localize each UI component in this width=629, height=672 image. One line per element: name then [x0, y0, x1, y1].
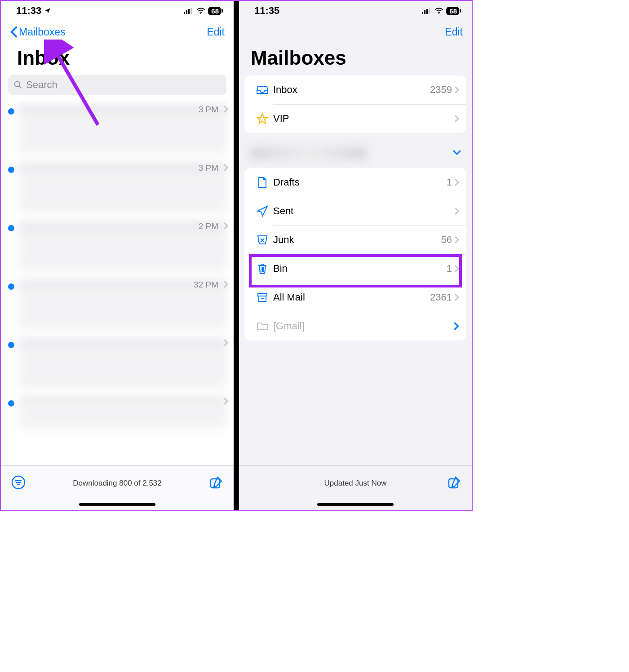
drafts-icon — [257, 176, 268, 189]
unread-dot-icon — [8, 167, 14, 173]
message-time: 3 PM — [199, 105, 218, 115]
inbox-list[interactable]: 3 PM 3 PM 2 PM 32 PM — [1, 100, 234, 465]
unread-dot-icon — [8, 342, 14, 348]
mailbox-label: Inbox — [273, 84, 430, 96]
mailbox-sent[interactable]: Sent — [244, 197, 466, 225]
mailbox-label: All Mail — [273, 292, 430, 303]
mailbox-label: VIP — [273, 113, 452, 124]
unread-dot-icon — [8, 283, 14, 290]
message-row[interactable] — [1, 334, 234, 392]
sent-icon — [256, 205, 269, 217]
mailbox-count: 2361 — [430, 292, 452, 303]
svg-rect-13 — [422, 12, 423, 14]
status-bar: 11:33 68 — [1, 1, 234, 21]
svg-rect-24 — [258, 293, 267, 296]
chevron-right-icon — [224, 222, 228, 230]
page-title: Inbox — [1, 43, 234, 72]
location-icon — [44, 7, 51, 14]
svg-rect-14 — [424, 10, 425, 14]
search-input[interactable]: Search — [8, 75, 226, 95]
chevron-right-icon — [224, 106, 228, 113]
account-name-redacted — [250, 146, 367, 160]
mailbox-label: Junk — [273, 234, 441, 246]
account-mailboxes-group: Drafts 1 Sent Junk 56 Bin 1 — [244, 168, 466, 340]
back-label: Mailboxes — [19, 26, 66, 38]
message-row[interactable]: 3 PM — [1, 159, 234, 217]
status-time: 11:35 — [254, 5, 279, 17]
edit-button[interactable]: Edit — [445, 26, 463, 38]
chevron-right-icon — [454, 322, 459, 330]
star-icon — [256, 112, 269, 125]
chevron-right-icon — [455, 294, 459, 301]
svg-point-5 — [15, 82, 20, 87]
chevron-down-icon — [453, 150, 461, 155]
svg-rect-3 — [190, 8, 192, 14]
message-row[interactable] — [1, 392, 234, 433]
mailbox-count: 1 — [447, 263, 452, 274]
message-time: 3 PM — [199, 163, 218, 173]
message-row[interactable]: 2 PM — [1, 217, 234, 275]
svg-rect-0 — [184, 12, 185, 14]
archive-icon — [257, 292, 268, 303]
mailbox-all-mail[interactable]: All Mail 2361 — [244, 283, 466, 312]
unread-dot-icon — [8, 400, 14, 407]
toolbar-status: Updated Just Now — [239, 479, 472, 488]
search-placeholder: Search — [26, 79, 58, 91]
toolbar-status: Downloading 800 of 2,532 — [1, 479, 234, 488]
chevron-right-icon — [224, 339, 228, 346]
compose-button[interactable] — [447, 475, 462, 492]
mailbox-gmail-folder[interactable]: [Gmail] — [244, 312, 466, 340]
compose-button[interactable] — [208, 475, 224, 492]
chevron-right-icon — [455, 179, 459, 186]
svg-point-17 — [439, 13, 439, 14]
account-section-header[interactable] — [239, 137, 472, 164]
message-row[interactable]: 32 PM — [1, 275, 234, 334]
mailbox-junk[interactable]: Junk 56 — [244, 225, 466, 254]
message-time: 2 PM — [199, 221, 218, 231]
home-indicator — [79, 503, 155, 506]
mailbox-label: Bin — [273, 263, 447, 274]
junk-icon — [256, 234, 269, 246]
status-bar: 11:35 68 — [239, 1, 472, 21]
unread-dot-icon — [8, 225, 14, 231]
chevron-right-icon — [224, 281, 228, 288]
mailbox-drafts[interactable]: Drafts 1 — [244, 168, 466, 197]
wifi-icon — [196, 8, 205, 14]
search-icon — [13, 80, 22, 89]
svg-rect-16 — [429, 8, 430, 14]
svg-rect-1 — [186, 10, 187, 14]
svg-marker-18 — [257, 114, 268, 124]
chevron-right-icon — [455, 86, 459, 93]
edit-button[interactable]: Edit — [207, 26, 225, 38]
chevron-right-icon — [455, 265, 459, 272]
svg-line-6 — [19, 86, 22, 88]
mailbox-inbox[interactable]: Inbox 2359 — [244, 75, 466, 104]
chevron-right-icon — [224, 398, 228, 405]
chevron-right-icon — [455, 115, 459, 122]
cellular-icon — [184, 8, 194, 14]
trash-icon — [257, 262, 268, 275]
mailbox-label: Sent — [273, 205, 452, 217]
status-time: 11:33 — [16, 5, 41, 17]
mailbox-count: 56 — [441, 234, 452, 246]
message-row[interactable]: 3 PM — [1, 100, 234, 159]
bottom-toolbar: Updated Just Now — [239, 465, 472, 500]
back-mailboxes-button[interactable]: Mailboxes — [10, 26, 66, 38]
chevron-right-icon — [224, 164, 228, 171]
filter-button[interactable] — [11, 475, 26, 492]
folder-icon — [256, 321, 269, 332]
mailbox-bin[interactable]: Bin 1 — [244, 254, 466, 283]
battery-icon: 68 — [446, 7, 459, 15]
bottom-toolbar: Downloading 800 of 2,532 — [1, 465, 234, 500]
inbox-icon — [256, 84, 269, 96]
home-indicator — [317, 503, 394, 506]
mailbox-count: 1 — [447, 177, 452, 188]
unread-dot-icon — [8, 108, 14, 115]
svg-rect-15 — [426, 9, 428, 14]
chevron-right-icon — [455, 208, 459, 215]
mailbox-label: Drafts — [273, 177, 447, 188]
chevron-right-icon — [455, 236, 459, 243]
wifi-icon — [434, 8, 443, 14]
mailbox-vip[interactable]: VIP — [244, 104, 466, 133]
primary-mailboxes-group: Inbox 2359 VIP — [244, 75, 466, 133]
